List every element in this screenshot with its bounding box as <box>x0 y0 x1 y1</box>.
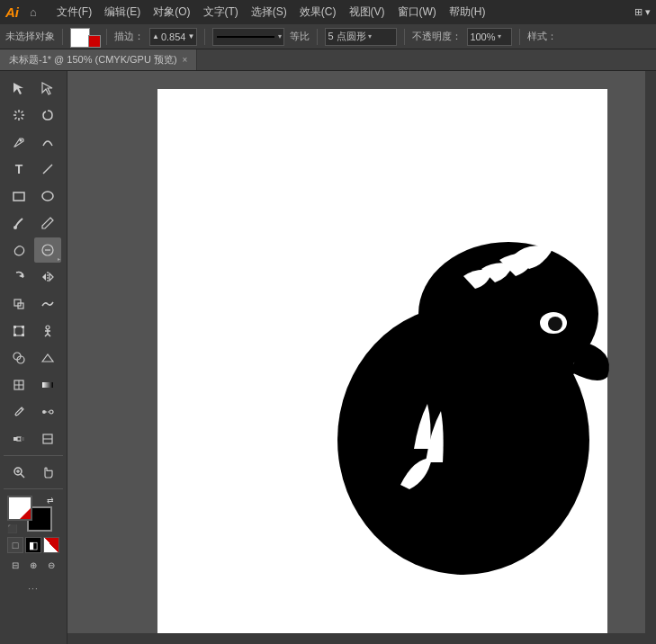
eyedropper-tool[interactable] <box>5 399 32 425</box>
rotate-tool[interactable] <box>5 264 32 290</box>
svg-marker-15 <box>19 273 23 278</box>
paintbrush-tool[interactable] <box>5 210 32 236</box>
svg-rect-34 <box>42 382 53 388</box>
svg-point-36 <box>42 410 46 414</box>
rotate-tools-row <box>0 264 67 291</box>
artboard-area <box>67 71 656 644</box>
lasso-tool[interactable] <box>34 103 61 128</box>
divider-3 <box>204 29 205 45</box>
document-tab[interactable]: 未标题-1* @ 150% (CMYK/GPU 预览) × <box>0 49 197 70</box>
direct-selection-tool[interactable] <box>34 76 61 101</box>
menu-help[interactable]: 帮助(H) <box>444 3 491 22</box>
warp-tool[interactable] <box>34 291 61 317</box>
color-area: ⬛ ⇄ <box>0 492 67 535</box>
divider-1 <box>62 29 63 45</box>
menu-file[interactable]: 文件(F) <box>51 3 97 22</box>
line-tool[interactable] <box>34 157 61 182</box>
eraser-tools-row: ▸ <box>0 237 67 264</box>
pen-tools-row <box>0 129 67 156</box>
screen-mode-row: □ ◧ <box>0 535 67 555</box>
opacity-arrow: ▾ <box>498 32 501 40</box>
mesh-tool[interactable] <box>5 372 32 398</box>
svg-rect-23 <box>22 334 24 336</box>
svg-rect-40 <box>17 437 21 441</box>
type-tool[interactable]: T <box>5 157 32 182</box>
point-label: 5 点圆形 <box>328 30 365 43</box>
menu-select[interactable]: 选择(S) <box>246 3 292 22</box>
magic-wand-tool[interactable] <box>5 103 32 128</box>
reflect-tool[interactable] <box>34 264 61 290</box>
svg-line-5 <box>22 118 23 120</box>
opacity-field[interactable]: 100% ▾ <box>467 28 512 46</box>
rectangle-tool[interactable] <box>5 183 32 209</box>
zoom-in-button[interactable]: ⊕ <box>25 557 41 573</box>
more-tools-button[interactable]: ··· <box>20 576 47 601</box>
fill-preview[interactable] <box>70 28 99 46</box>
zoom-hand-row <box>0 459 67 486</box>
stroke-line-style[interactable]: ▾ <box>212 28 284 46</box>
vertical-scrollbar[interactable] <box>645 71 656 644</box>
svg-rect-41 <box>21 437 24 441</box>
blob-brush-tool[interactable] <box>5 237 32 263</box>
divider-2 <box>106 29 107 45</box>
svg-line-7 <box>15 118 17 120</box>
sub-arrow: ▸ <box>58 255 60 262</box>
puppet-warp-tool[interactable] <box>34 318 61 344</box>
hand-tool[interactable] <box>34 460 61 485</box>
menu-type[interactable]: 文字(T) <box>198 3 244 22</box>
pen-tool[interactable] <box>5 130 32 155</box>
title-bar: Ai ⌂ 文件(F) 编辑(E) 对象(O) 文字(T) 选择(S) 效果(C)… <box>0 0 656 24</box>
divider-4 <box>317 29 318 45</box>
free-transform-tool[interactable] <box>5 318 32 344</box>
svg-line-28 <box>48 334 50 336</box>
point-style-field[interactable]: 5 点圆形 ▾ <box>325 28 397 46</box>
menu-effect[interactable]: 效果(C) <box>294 3 342 22</box>
scale-tool[interactable] <box>5 291 32 317</box>
divider-6 <box>519 29 520 45</box>
fill-red <box>88 35 101 48</box>
select-tools-row <box>0 75 67 102</box>
menu-view[interactable]: 视图(V) <box>344 3 391 22</box>
tab-close-button[interactable]: × <box>183 55 188 65</box>
divider-5 <box>404 29 405 45</box>
selection-tool[interactable] <box>5 76 32 101</box>
curvature-tool[interactable] <box>34 130 61 155</box>
zoom-out-button[interactable]: ⊖ <box>43 557 59 573</box>
artboard-button[interactable]: ⊟ <box>7 557 23 573</box>
foreground-color-swatch[interactable] <box>7 496 32 521</box>
menu-window[interactable]: 窗口(W) <box>392 3 442 22</box>
normal-mode-button[interactable]: □ <box>7 537 23 553</box>
slice-tool[interactable] <box>34 426 61 452</box>
zoom-tool[interactable] <box>5 460 32 485</box>
mask-mode-button[interactable]: ◧ <box>25 537 41 553</box>
ellipse-tool[interactable] <box>34 183 61 209</box>
stroke-up-arrow: ▲ <box>152 32 159 40</box>
stroke-value-field[interactable]: ▲ 0.854 ▼ <box>149 28 197 46</box>
no-selection-label: 未选择对象 <box>5 30 55 43</box>
swap-colors-button[interactable]: ⇄ <box>47 496 54 505</box>
perspective-tool[interactable] <box>34 345 61 371</box>
svg-rect-39 <box>13 437 17 441</box>
tab-bar: 未标题-1* @ 150% (CMYK/GPU 预览) × <box>0 49 656 71</box>
mesh-gradient-row <box>0 371 67 398</box>
menu-object[interactable]: 对象(O) <box>148 3 195 22</box>
reset-colors-button[interactable]: ⬛ <box>7 525 17 533</box>
horizontal-scrollbar[interactable] <box>67 633 656 644</box>
live-paint-tool[interactable] <box>5 426 32 452</box>
chart-zoom-row <box>0 425 67 452</box>
fill-mode-button[interactable] <box>43 537 59 553</box>
equal-label: 等比 <box>290 30 310 43</box>
shaper-tool[interactable]: ▸ <box>34 237 61 263</box>
gradient-tool[interactable] <box>34 372 61 398</box>
shape-builder-tool[interactable] <box>5 345 32 371</box>
toolbar-divider-2 <box>4 488 63 489</box>
menu-edit[interactable]: 编辑(E) <box>99 3 146 22</box>
scale-tools-row <box>0 291 67 318</box>
home-icon[interactable]: ⌂ <box>30 5 37 19</box>
blend-tool[interactable] <box>34 399 61 425</box>
workspace-icon: ⊞ <box>634 6 643 18</box>
pencil-tool[interactable] <box>34 210 61 236</box>
svg-point-8 <box>20 139 22 142</box>
workspace-switcher[interactable]: ⊞ ▾ <box>634 6 651 18</box>
svg-point-51 <box>548 317 562 331</box>
